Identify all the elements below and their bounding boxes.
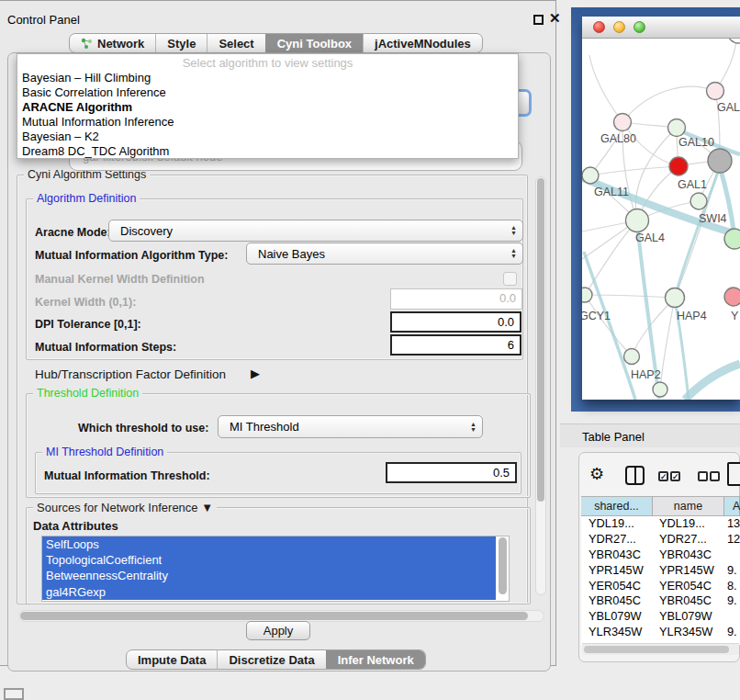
algorithm-option[interactable]: Bayesian – K2 bbox=[17, 130, 518, 144]
dpi-tolerance-field[interactable]: 0.0 bbox=[390, 311, 521, 333]
table-cell[interactable]: YER054C bbox=[581, 579, 653, 594]
tab-network[interactable]: Network bbox=[70, 34, 155, 52]
table-cell[interactable]: YDR27... bbox=[653, 532, 724, 548]
network-window-titlebar[interactable] bbox=[582, 17, 740, 39]
network-node[interactable] bbox=[728, 39, 740, 43]
network-node[interactable] bbox=[690, 193, 707, 209]
network-node[interactable] bbox=[626, 209, 649, 232]
attribute-item[interactable]: SelfLoops bbox=[42, 536, 496, 552]
network-node[interactable] bbox=[707, 83, 724, 100]
column-header-name[interactable]: name bbox=[653, 496, 724, 516]
table-row[interactable]: YER054CYER054C8. bbox=[581, 579, 740, 594]
network-node[interactable] bbox=[668, 119, 686, 137]
mi-type-combo[interactable]: Naive Bayes ▲▼ bbox=[246, 243, 523, 265]
table-cell[interactable]: YBR045C bbox=[653, 593, 724, 609]
columns-icon[interactable] bbox=[625, 466, 645, 485]
select-all-icon[interactable]: ✓ bbox=[658, 471, 668, 481]
table-cell[interactable]: YDL19... bbox=[653, 516, 724, 532]
table-cell[interactable]: YBR043C bbox=[653, 548, 724, 563]
table-cell[interactable]: 9. bbox=[724, 563, 740, 579]
network-node[interactable] bbox=[669, 157, 688, 175]
algorithm-option[interactable]: Mutual Information Inference bbox=[17, 115, 518, 130]
table-row[interactable]: YBR043CYBR043C bbox=[581, 548, 740, 563]
network-node[interactable] bbox=[724, 288, 740, 306]
table-cell[interactable]: 13 bbox=[724, 516, 740, 532]
attribute-item[interactable]: TopologicalCoefficient bbox=[42, 552, 496, 568]
table-cell[interactable]: YBR043C bbox=[581, 548, 653, 563]
collapsed-arrow-icon[interactable]: ▶ bbox=[251, 367, 260, 380]
table-cell[interactable]: 12 bbox=[724, 532, 740, 548]
column-header-shared-name[interactable]: shared... bbox=[581, 496, 653, 516]
network-node[interactable] bbox=[653, 382, 667, 397]
kernel-width-field[interactable]: 0.0 bbox=[390, 288, 522, 310]
close-panel-icon[interactable]: ✕ bbox=[549, 10, 561, 27]
scrollbar-thumb[interactable] bbox=[20, 612, 528, 620]
minimize-button[interactable] bbox=[613, 21, 625, 33]
network-canvas[interactable]: GALGAL80GAL10GAL11GAL1SWI4GAL4GCY1HAP4YH… bbox=[582, 39, 740, 400]
aracne-mode-combo[interactable]: Discovery ▲▼ bbox=[108, 220, 523, 242]
attribute-item[interactable]: BetweennessCentrality bbox=[42, 568, 496, 583]
network-node[interactable] bbox=[582, 167, 599, 184]
gear-icon[interactable]: ⚙ bbox=[589, 464, 604, 484]
expanded-arrow-icon[interactable]: ▼ bbox=[201, 501, 213, 514]
scrollbar-thumb[interactable] bbox=[499, 537, 507, 594]
table-cell[interactable]: YBL079W bbox=[653, 609, 724, 625]
algorithm-option[interactable]: Basic Correlation Inference bbox=[17, 85, 518, 100]
mi-steps-field[interactable]: 6 bbox=[390, 334, 521, 356]
table-cell[interactable]: 8. bbox=[724, 579, 740, 594]
which-threshold-combo[interactable]: MI Threshold ▲▼ bbox=[218, 415, 483, 438]
network-node[interactable] bbox=[724, 229, 740, 249]
table-cell[interactable]: YBL079W bbox=[581, 609, 653, 625]
algorithm-option[interactable]: Dream8 DC_TDC Algorithm bbox=[17, 144, 518, 159]
table-cell[interactable]: YBR045C bbox=[581, 593, 653, 609]
apply-button[interactable]: Apply bbox=[246, 621, 310, 640]
hub-section-label[interactable]: Hub/Transcription Factor Definition bbox=[35, 367, 226, 381]
network-node[interactable] bbox=[666, 288, 685, 308]
table-cell[interactable]: YPR145W bbox=[581, 563, 653, 579]
table-body[interactable]: YDL19...YDL19...13YDR27...YDR27...12YBR0… bbox=[581, 516, 740, 645]
minimized-panel-icon[interactable] bbox=[4, 688, 24, 700]
settings-vertical-scrollbar[interactable] bbox=[535, 176, 546, 595]
network-node[interactable] bbox=[708, 149, 732, 173]
tab-select[interactable]: Select bbox=[207, 34, 264, 52]
deselect-all-icon[interactable] bbox=[710, 471, 720, 481]
manual-kernel-checkbox[interactable] bbox=[503, 272, 517, 286]
network-node[interactable] bbox=[614, 114, 632, 131]
column-header-clipped[interactable]: A bbox=[724, 496, 740, 516]
scrollbar-thumb[interactable] bbox=[584, 646, 729, 653]
table-row[interactable]: YLR345WYLR345W9. bbox=[581, 625, 740, 640]
algorithm-option[interactable]: ARACNE Algorithm bbox=[17, 100, 518, 115]
export-table-icon[interactable] bbox=[727, 462, 740, 486]
table-horizontal-scrollbar[interactable] bbox=[582, 643, 739, 655]
tab-impute-data[interactable]: Impute Data bbox=[127, 650, 217, 669]
tab-jactivemnodules[interactable]: jActiveMNodules bbox=[363, 34, 482, 52]
scrollbar-thumb[interactable] bbox=[537, 178, 544, 502]
table-cell[interactable] bbox=[724, 548, 740, 563]
table-row[interactable]: YDR27...YDR27...12 bbox=[581, 532, 740, 548]
table-row[interactable]: YDL19...YDL19...13 bbox=[581, 516, 740, 532]
tab-cyni-toolbox[interactable]: Cyni Toolbox bbox=[265, 34, 363, 52]
tab-style[interactable]: Style bbox=[155, 34, 207, 52]
close-button[interactable] bbox=[593, 21, 605, 33]
table-cell[interactable] bbox=[724, 609, 740, 625]
mi-threshold-field[interactable]: 0.5 bbox=[386, 462, 517, 483]
tab-infer-network[interactable]: Infer Network bbox=[326, 650, 425, 669]
network-node[interactable] bbox=[582, 288, 592, 302]
table-row[interactable]: YBR045CYBR045C9. bbox=[581, 593, 740, 609]
select-all-icon[interactable]: ✓ bbox=[670, 471, 680, 481]
attribute-list-scrollbar[interactable] bbox=[497, 536, 509, 601]
data-attributes-list[interactable]: SelfLoopsTopologicalCoefficientBetweenne… bbox=[41, 536, 510, 602]
table-cell[interactable]: 9. bbox=[724, 593, 740, 609]
table-row[interactable]: YPR145WYPR145W9. bbox=[581, 563, 740, 579]
table-cell[interactable]: YER054C bbox=[653, 579, 724, 594]
table-row[interactable]: YBL079WYBL079W bbox=[581, 609, 740, 625]
table-cell[interactable]: YLR345W bbox=[581, 625, 653, 640]
table-cell[interactable]: 9. bbox=[724, 625, 740, 640]
network-node[interactable] bbox=[624, 349, 640, 365]
tab-discretize-data[interactable]: Discretize Data bbox=[217, 650, 325, 669]
float-window-icon[interactable] bbox=[533, 15, 544, 25]
table-cell[interactable]: YDL19... bbox=[581, 516, 653, 532]
table-cell[interactable]: YDR27... bbox=[581, 532, 653, 548]
deselect-all-icon[interactable] bbox=[698, 471, 708, 481]
table-cell[interactable]: YPR145W bbox=[653, 563, 724, 579]
